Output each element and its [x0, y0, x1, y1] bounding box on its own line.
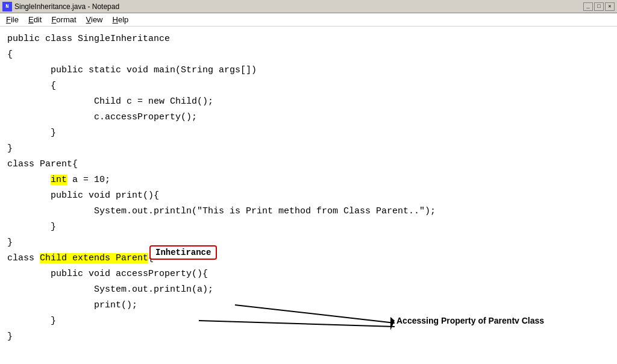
code-line-9: class Parent{ — [7, 157, 610, 172]
menu-view[interactable]: View — [81, 14, 108, 25]
notepad-window: N SingleInheritance.java - Notepad _ □ ✕… — [0, 0, 617, 364]
code-line-4: { — [7, 78, 610, 94]
inheritance-annotation: Inhetirance — [149, 245, 217, 260]
window-controls: _ □ ✕ — [583, 2, 615, 11]
close-button[interactable]: ✕ — [605, 2, 615, 11]
code-line-2: { — [7, 47, 610, 63]
menu-help[interactable]: Help — [108, 14, 134, 25]
code-line-8: } — [7, 141, 610, 157]
minimize-button[interactable]: _ — [583, 2, 593, 11]
code-line-16: public void accessProperty(){ — [7, 266, 610, 282]
code-line-11: public void print(){ — [7, 188, 610, 204]
arrow-annotation-label: Accessing Property of Parentv Class — [396, 316, 544, 325]
code-line-1: public class SingleInheritance — [7, 31, 610, 47]
code-line-7: } — [7, 125, 610, 141]
menu-file[interactable]: File — [1, 14, 23, 25]
code-line-5: Child c = new Child(); — [7, 94, 610, 110]
code-line-15: class Child extends Parent{ — [7, 251, 610, 266]
code-line-18: print(); — [7, 298, 610, 313]
title-bar: N SingleInheritance.java - Notepad _ □ ✕ — [0, 0, 617, 13]
code-line-12: System.out.println("This is Print method… — [7, 204, 610, 219]
code-line-13: } — [7, 219, 610, 235]
menu-format[interactable]: Format — [46, 14, 81, 25]
code-line-17: System.out.println(a); — [7, 282, 610, 298]
window-title: SingleInheritance.java - Notepad — [14, 2, 583, 11]
maximize-button[interactable]: □ — [594, 2, 604, 11]
code-line-6: c.accessProperty(); — [7, 110, 610, 125]
code-editor[interactable]: public class SingleInheritance { public … — [0, 27, 617, 364]
code-line-20: } — [7, 329, 610, 345]
code-line-14: } — [7, 235, 610, 251]
app-icon: N — [2, 2, 12, 11]
menu-bar: File Edit Format View Help — [0, 13, 617, 27]
code-line-10: int a = 10; — [7, 172, 610, 188]
menu-edit[interactable]: Edit — [23, 14, 46, 25]
code-line-3: public static void main(String args[]) — [7, 63, 610, 78]
